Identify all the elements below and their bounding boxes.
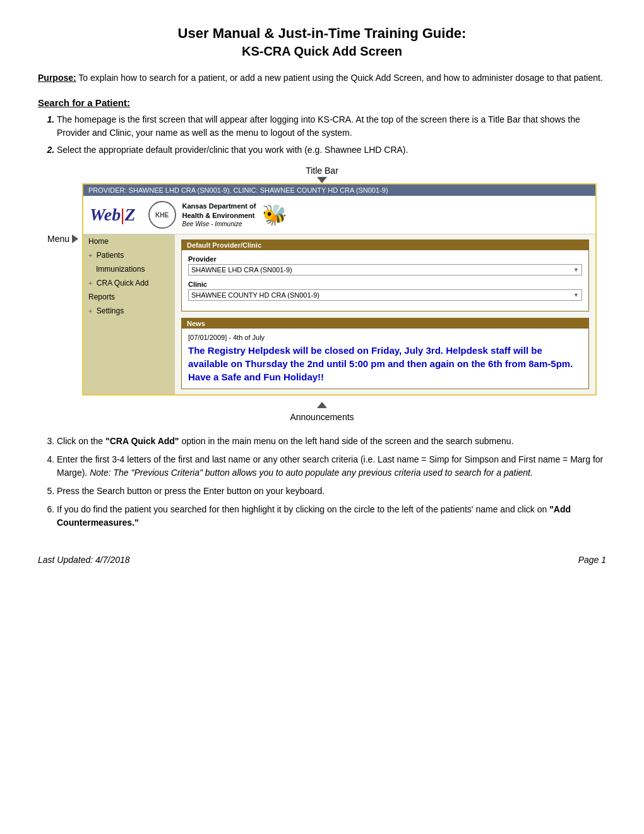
news-body: [07/01/2009] - 4th of July The Registry … [182,329,588,389]
announcements-annotation: Announcements [38,412,606,422]
kdhe-circle-icon: KHE [148,201,176,229]
announcements-arrow-up [317,402,327,408]
sidebar-item-reports[interactable]: Reports [83,290,175,304]
footer-page: Page 1 [578,555,606,565]
search-heading: Search for a Patient: [38,97,606,108]
provider-label: Provider [188,255,582,263]
purpose-label: Purpose: [38,73,76,83]
sidebar-item-patients[interactable]: + Patients [83,248,175,262]
step-4: Enter the first 3-4 letters of the first… [57,453,606,480]
sidebar: Home + Patients Immunizations + CRA Quic… [83,234,175,394]
provider-value: SHAWNEE LHD CRA (SN001-9) [191,266,292,274]
page-title-line1: User Manual & Just-in-Time Training Guid… [38,25,606,42]
sidebar-item-immunizations[interactable]: Immunizations [83,262,175,276]
kdhe-sub: Bee Wise - Immunize [182,220,256,228]
news-header: News [182,318,588,329]
list-item-2: Select the appropriate default provider/… [57,143,606,157]
title-bar-label: Title Bar [63,166,581,176]
footer-last-updated: Last Updated: 4/7/2018 [38,555,130,565]
step-4-italic: Note: The "Previous Criteria" button all… [90,468,533,478]
step-3: Click on the "CRA Quick Add" option in t… [57,435,606,448]
menu-label-area: Menu [47,234,78,244]
menu-label: Menu [47,234,69,244]
step-3-bold: "CRA Quick Add" [105,436,179,446]
title-bar-annotation-area: Title Bar [63,166,581,183]
list-item-1: The homepage is the first screen that wi… [57,113,606,140]
provider-select[interactable]: SHAWNEE LHD CRA (SN001-9) ▼ [188,264,582,275]
app-header: Web|Z KHE Kansas Department ofHealth & E… [83,196,595,234]
provider-clinic-header: Default Provider/Clinic [182,240,588,250]
news-content: The Registry Helpdesk will be closed on … [188,344,582,384]
step-6-bold: "Add Countermeasures." [57,504,571,528]
page-title-line2: KS-CRA Quick Add Screen [38,44,606,59]
clinic-arrow-icon: ▼ [573,292,579,298]
news-date: [07/01/2009] - 4th of July [188,334,582,341]
clinic-label: Clinic [188,281,582,288]
sidebar-item-home[interactable]: Home [83,234,175,248]
news-box: News [07/01/2009] - 4th of July The Regi… [181,318,589,389]
kdhe-name: Kansas Department ofHealth & Environment [182,202,256,220]
clinic-value: SHAWNEE COUNTY HD CRA (SN001-9) [191,291,319,299]
sidebar-item-settings[interactable]: + Settings [83,304,175,318]
webiz-logo: Web|Z [90,205,136,225]
bee-icon: 🐝 [262,203,287,227]
provider-clinic-box: Default Provider/Clinic Provider SHAWNEE… [181,239,589,311]
app-body: Home + Patients Immunizations + CRA Quic… [83,234,595,394]
kdhe-logo-area: KHE Kansas Department ofHealth & Environ… [148,201,288,229]
screenshot-container: PROVIDER: SHAWNEE LHD CRA (SN001-9), CLI… [82,183,597,396]
kdhe-text-area: Kansas Department ofHealth & Environment… [182,202,256,228]
clinic-select[interactable]: SHAWNEE COUNTY HD CRA (SN001-9) ▼ [188,289,582,301]
title-bar-arrow-down [317,177,327,183]
step-6: If you do find the patient you searched … [57,503,606,529]
menu-arrow-right [72,234,78,243]
screenshot-wrapper: Menu PROVIDER: SHAWNEE LHD CRA (SN001-9)… [47,183,597,399]
purpose-text: To explain how to search for a patient, … [76,73,603,83]
step-5: Press the Search button or press the Ent… [57,485,606,498]
provider-arrow-icon: ▼ [573,267,579,273]
sidebar-item-cra-quick-add[interactable]: + CRA Quick Add [83,276,175,290]
page-footer: Last Updated: 4/7/2018 Page 1 [38,555,606,565]
purpose-section: Purpose: To explain how to search for a … [38,71,606,85]
provider-bar: PROVIDER: SHAWNEE LHD CRA (SN001-9), CLI… [83,184,595,196]
main-content: Default Provider/Clinic Provider SHAWNEE… [175,234,595,394]
steps-section: Click on the "CRA Quick Add" option in t… [38,435,606,529]
provider-clinic-body: Provider SHAWNEE LHD CRA (SN001-9) ▼ Cli… [182,250,588,311]
